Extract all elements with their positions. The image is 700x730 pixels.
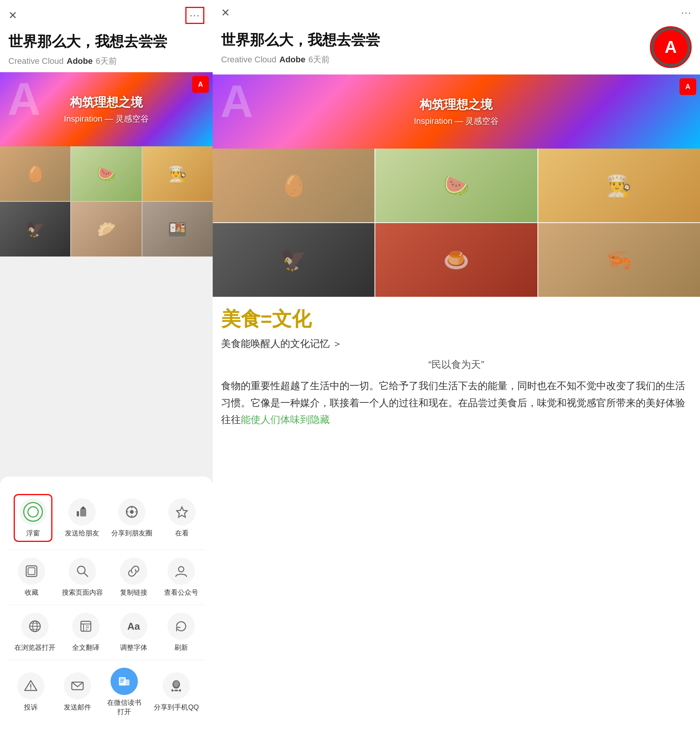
moments-label: 分享到朋友圈 [111, 529, 152, 538]
left-header: ✕ ··· [0, 0, 213, 28]
left-banner: A 构筑理想之境 Inspiration — 灵感空谷 A [0, 72, 213, 146]
right-banner-adobe-logo: A [679, 78, 696, 95]
svg-point-4 [130, 510, 134, 514]
watch-label: 在看 [175, 529, 189, 538]
right-food-cell-4: 🦅 [213, 223, 374, 297]
culture-body-highlight: 能使人们体味到隐藏 [241, 414, 330, 425]
menu-item-search-content[interactable]: 搜索页面内容 [62, 557, 103, 597]
menu-item-share-friend[interactable]: 发送给朋友 [65, 498, 99, 538]
svg-marker-2 [81, 506, 86, 509]
menu-item-wechat-read[interactable]: 在微信读书 打开 [107, 668, 141, 716]
right-meta-author[interactable]: Adobe [280, 55, 305, 65]
right-banner-big-a: A [220, 78, 253, 124]
translate-icon [72, 613, 100, 640]
left-banner-adobe-logo: A [192, 76, 209, 93]
right-article-title: 世界那么大，我想去尝尝 [221, 26, 650, 52]
culture-subtitle: 美食能唤醒人的文化记忆 ＞ [221, 337, 692, 350]
right-more-button[interactable]: ··· [681, 7, 692, 19]
svg-rect-1 [80, 509, 86, 516]
share-friend-icon [68, 498, 96, 526]
menu-item-share-qq[interactable]: 分享到手机QQ [154, 672, 199, 712]
left-food-collage: 🥚 🍉 👨‍🍳 🦅 🥟 🍱 [0, 146, 213, 257]
right-food-cell-2: 🍉 [375, 149, 537, 222]
left-more-button[interactable]: ··· [185, 7, 204, 24]
translate-label: 全文翻译 [72, 643, 100, 652]
right-food-cell-5: 🍮 [375, 223, 537, 297]
svg-rect-33 [120, 682, 123, 682]
svg-point-14 [179, 567, 184, 572]
food-cell-4: 🦅 [0, 202, 70, 257]
menu-item-email[interactable]: 发送邮件 [60, 672, 95, 712]
float-icon [19, 498, 47, 526]
wechat-read-label: 在微信读书 打开 [107, 698, 141, 716]
right-meta-time: 6天前 [308, 54, 330, 65]
share-qq-icon [163, 672, 190, 700]
right-title-area: 世界那么大，我想去尝尝 Creative Cloud Adobe 6天前 A [213, 22, 700, 74]
food-cell-2: 🍉 [71, 146, 141, 201]
left-meta-time: 6天前 [96, 55, 117, 67]
browser-label: 在浏览器打开 [14, 643, 55, 652]
menu-item-copy-link[interactable]: 复制链接 [117, 557, 151, 597]
svg-rect-31 [120, 679, 125, 679]
left-panel: ✕ ··· 世界那么大，我想去尝尝 Creative Cloud Adobe 6… [0, 0, 213, 730]
menu-item-collect[interactable]: 收藏 [14, 557, 49, 597]
right-close-button[interactable]: ✕ [221, 8, 230, 18]
refresh-icon [167, 613, 195, 640]
svg-line-13 [84, 573, 88, 576]
adobe-avatar[interactable]: A [650, 26, 692, 68]
food-cell-6: 🍱 [142, 202, 213, 257]
food-cell-3: 👨‍🍳 [142, 146, 213, 201]
left-banner-sub-text: Inspiration — 灵感空谷 [64, 113, 149, 125]
menu-item-font[interactable]: Aa 调整字体 [117, 613, 151, 652]
menu-item-view-account[interactable]: 查看公众号 [164, 557, 198, 597]
right-title-text-block: 世界那么大，我想去尝尝 Creative Cloud Adobe 6天前 [221, 26, 650, 71]
collect-label: 收藏 [25, 588, 38, 597]
copy-link-icon [120, 557, 147, 585]
left-meta-author[interactable]: Adobe [67, 56, 93, 66]
left-banner-main-text: 构筑理想之境 [64, 94, 149, 111]
right-panel: ✕ ··· 世界那么大，我想去尝尝 Creative Cloud Adobe 6… [213, 0, 700, 730]
menu-item-translate[interactable]: 全文翻译 [69, 613, 103, 652]
watch-icon [168, 498, 196, 526]
menu-item-float[interactable]: 浮窗 [14, 494, 52, 542]
share-qq-label: 分享到手机QQ [154, 703, 199, 712]
menu-row-3: 在浏览器打开 全文翻译 Aa 调整字体 [0, 606, 213, 658]
menu-row-1: 浮窗 发送给朋友 [0, 488, 213, 548]
menu-divider-3 [8, 660, 205, 660]
svg-rect-11 [28, 568, 35, 575]
menu-divider-1 [8, 549, 205, 550]
svg-marker-9 [177, 507, 187, 517]
menu-item-refresh[interactable]: 刷新 [164, 613, 198, 652]
view-account-label: 查看公众号 [164, 588, 198, 597]
adobe-avatar-inner: A [654, 30, 688, 64]
menu-item-watch[interactable]: 在看 [165, 498, 199, 538]
wechat-read-icon [111, 668, 138, 695]
overlay-menu: 浮窗 发送给朋友 [0, 477, 213, 730]
food-cell-5: 🥟 [71, 202, 141, 257]
share-friend-label: 发送给朋友 [65, 529, 99, 538]
right-food-collage: 🥚 🍉 👨‍🍳 🦅 🍮 🦐 [213, 149, 700, 297]
floating-window-icon [23, 502, 43, 522]
right-banner-main-text: 构筑理想之境 [414, 97, 499, 113]
report-icon [17, 672, 44, 700]
culture-section: 美食=文化 美食能唤醒人的文化记忆 ＞ “民以食为天” 食物的重要性超越了生活中… [213, 297, 700, 434]
search-content-icon [69, 557, 96, 585]
font-icon: Aa [120, 613, 147, 640]
right-food-cell-1: 🥚 [213, 149, 374, 222]
view-account-icon [167, 557, 195, 585]
menu-item-report[interactable]: 投诉 [14, 672, 48, 712]
svg-rect-37 [174, 690, 178, 691]
right-header: ✕ ··· [213, 0, 700, 22]
menu-item-moments[interactable]: 分享到朋友圈 [111, 498, 152, 538]
svg-point-36 [174, 681, 179, 687]
adobe-logo-letter: A [665, 38, 677, 57]
right-article-meta: Creative Cloud Adobe 6天前 [221, 52, 650, 71]
menu-item-browser[interactable]: 在浏览器打开 [14, 613, 55, 652]
left-close-button[interactable]: ✕ [8, 10, 17, 21]
right-food-cell-6: 🦐 [538, 223, 700, 297]
svg-point-28 [30, 689, 32, 690]
right-banner: A 构筑理想之境 Inspiration — 灵感空谷 A [213, 74, 700, 149]
refresh-label: 刷新 [174, 643, 188, 652]
svg-rect-0 [77, 511, 79, 516]
float-label: 浮窗 [26, 529, 40, 538]
